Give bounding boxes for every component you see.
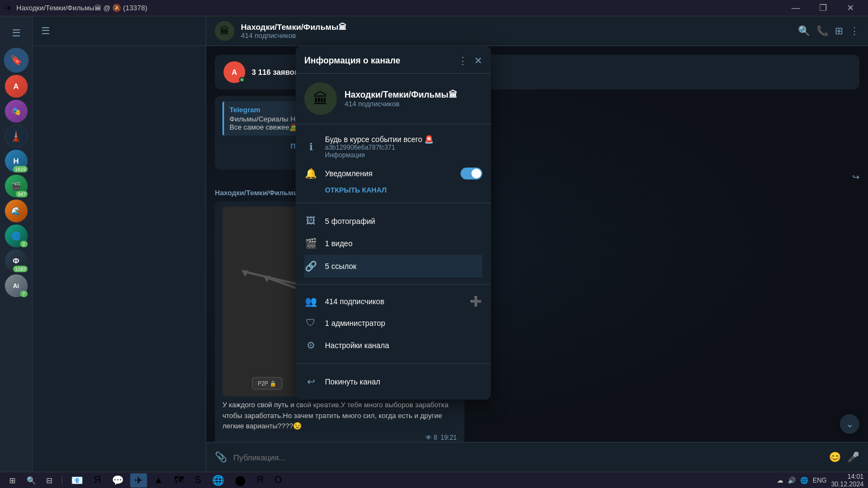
network-icon[interactable]: 🌐: [800, 477, 808, 484]
taskbar-whatsapp-app[interactable]: 💬: [107, 473, 128, 487]
sidebar-avatar-4[interactable]: Н 1619: [5, 150, 28, 172]
settings-icon: ⚙: [304, 339, 317, 351]
message-input[interactable]: [233, 453, 822, 462]
chat-name: Находки/Темки/Фильмы🏛: [241, 22, 792, 31]
taskbar-chrome-app[interactable]: ⬤: [231, 473, 250, 487]
taskbar-skype-app[interactable]: S: [190, 473, 206, 487]
forward-icon-1[interactable]: ↪: [852, 172, 859, 182]
chat-subscribers: 414 подписчиков: [241, 31, 792, 40]
sidebar-avatar-9[interactable]: Ai 7: [5, 274, 28, 297]
clock-date: 30.12.2024: [831, 480, 864, 488]
sidebar-avatar-8[interactable]: Ф 1182: [5, 249, 28, 272]
taskbar-tray: ☁ 🔊 🌐 ENG: [777, 477, 827, 484]
maximize-button[interactable]: ❐: [810, 0, 835, 16]
add-member-icon[interactable]: ➕: [469, 296, 482, 307]
taskbar-yandex-app[interactable]: Я: [90, 473, 105, 487]
notifications-toggle[interactable]: [461, 168, 482, 179]
info-panel-title: Информация о канале: [304, 56, 400, 66]
info-media-section: 🖼 5 фотографий 🎬 1 видео 🔗 5 ссылок: [296, 203, 491, 285]
emoji-icon[interactable]: 😊: [829, 451, 841, 463]
admins-row[interactable]: 🛡 1 администратор: [304, 312, 482, 334]
close-panel-icon[interactable]: ✕: [474, 55, 482, 67]
msg2-time: 19:21: [441, 434, 457, 441]
clock-time: 14:01: [831, 473, 864, 480]
mic-icon[interactable]: 🎤: [847, 451, 859, 463]
sidebar: ☰ 🔖 А 🎭 🗼 Н 1619 🎬: [0, 16, 33, 472]
members-label: 414 подписчиков: [325, 297, 462, 306]
window-title: Находки/Темки/Фильмы🏛 @ 🔕 (13378): [16, 4, 779, 12]
taskbar-telegram-app[interactable]: ✈: [130, 473, 147, 487]
info-channel-sub: 414 подписчиков: [344, 100, 457, 108]
sidebar-menu-button[interactable]: ☰: [4, 21, 29, 46]
msg2-views: 👁 8: [425, 434, 437, 441]
shield-icon: 🛡: [304, 317, 317, 329]
msg2-meta: 👁 8 19:21: [222, 434, 457, 441]
more-icon[interactable]: ⋮: [850, 25, 859, 37]
video-label: 1 видео: [325, 239, 353, 248]
info-icon: ℹ: [304, 141, 317, 153]
settings-label: Настройки канала: [325, 341, 389, 350]
taskbar-mail-app[interactable]: 📧: [67, 473, 87, 487]
info-description-row: ℹ Будь в курсе событии всего 🚨 a3b129906…: [304, 131, 482, 163]
video-row[interactable]: 🎬 1 видео: [304, 232, 482, 255]
taskbar-separator: [62, 476, 62, 485]
task-view-button[interactable]: ⊟: [41, 473, 58, 487]
taskbar-autodesk-app[interactable]: ▲: [149, 473, 168, 487]
taskbar: ⊞ 🔍 ⊟ 📧 Я 💬 ✈ ▲ 🗺 S 🌐 ⬤ Я O ☁ 🔊 🌐 ENG 14…: [0, 472, 868, 488]
sidebar-avatar-6[interactable]: 🌊: [5, 200, 28, 222]
chat-header-info: Находки/Темки/Фильмы🏛 414 подписчиков: [241, 22, 792, 40]
info-hash: a3b129906e6a787fc371: [325, 144, 433, 151]
close-button[interactable]: ✕: [838, 0, 863, 16]
search-taskbar-button[interactable]: 🔍: [23, 473, 39, 487]
info-description-section: ℹ Будь в курсе событии всего 🚨 a3b129906…: [296, 124, 491, 203]
info-channel-card[interactable]: 🏛 Находки/Темки/Фильмы🏛 414 подписчиков: [296, 74, 491, 124]
taskbar-edge-app[interactable]: 🌐: [208, 473, 228, 487]
leave-label: Покинуть канал: [325, 377, 380, 386]
open-channel-link[interactable]: ОТКРЫТЬ КАНАЛ: [325, 184, 482, 196]
members-row[interactable]: 👥 414 подписчиков ➕: [304, 291, 482, 312]
sidebar-avatar-5[interactable]: 🎬 947: [5, 175, 28, 197]
sidebar-avatar-7[interactable]: 🌀 2: [5, 224, 28, 247]
taskbar-clock[interactable]: 14:01 30.12.2024: [831, 473, 864, 488]
lang-indicator[interactable]: ENG: [813, 477, 827, 484]
chevron-down-icon: ⌄: [846, 418, 854, 430]
photos-icon: 🖼: [304, 215, 317, 227]
info-panel-header: Информация о канале ⋮ ✕: [296, 46, 491, 74]
volume-icon[interactable]: 🔊: [788, 477, 796, 484]
taskbar-maps-app[interactable]: 🗺: [170, 473, 188, 487]
sidebar-avatar-3[interactable]: 🗼: [5, 125, 28, 147]
leave-icon: ↩: [304, 376, 317, 388]
chat-avatar[interactable]: 🏛: [215, 21, 234, 41]
layout-icon[interactable]: ⊞: [835, 25, 843, 37]
chat-header-actions: 🔍 📞 ⊞ ⋮: [798, 25, 859, 37]
titlebar: ✈ Находки/Темки/Фильмы🏛 @ 🔕 (13378) — ❐ …: [0, 0, 868, 16]
more-options-icon[interactable]: ⋮: [458, 55, 468, 67]
taskbar-opera-app[interactable]: O: [270, 473, 286, 487]
sidebar-saved-button[interactable]: 🔖: [4, 48, 29, 73]
info-channel-name: Находки/Темки/Фильмы🏛: [344, 90, 457, 100]
post-text: У каждого свой путь и свой креатив.У теб…: [222, 400, 457, 432]
leave-row[interactable]: ↩ Покинуть канал: [304, 370, 482, 393]
attach-icon[interactable]: 📎: [215, 451, 227, 463]
members-icon: 👥: [304, 296, 317, 307]
chat-header: 🏛 Находки/Темки/Фильмы🏛 414 подписчиков …: [206, 16, 868, 46]
cloud-icon[interactable]: ☁: [777, 477, 783, 484]
bell-icon: 🔔: [304, 168, 317, 179]
calls-icon[interactable]: 📞: [816, 25, 828, 37]
photos-label: 5 фотографий: [325, 217, 375, 226]
chat-list: ☰: [33, 16, 206, 472]
minimize-button[interactable]: —: [783, 0, 808, 16]
scroll-down-button[interactable]: ⌄: [840, 414, 859, 434]
sidebar-avatar-1[interactable]: А: [5, 75, 28, 98]
notifications-row: 🔔 Уведомления: [304, 163, 482, 184]
hamburger-icon[interactable]: ☰: [41, 25, 50, 37]
search-icon[interactable]: 🔍: [798, 25, 810, 37]
links-row[interactable]: 🔗 5 ссылок: [304, 255, 482, 278]
settings-row[interactable]: ⚙ Настройки канала: [304, 334, 482, 357]
svg-text:P2P 🔒: P2P 🔒: [258, 380, 276, 387]
taskbar-yandex2-app[interactable]: Я: [252, 473, 268, 487]
start-button[interactable]: ⊞: [4, 473, 21, 487]
sidebar-avatar-2[interactable]: 🎭: [5, 100, 28, 123]
photos-row[interactable]: 🖼 5 фотографий: [304, 210, 482, 232]
chat-list-header: ☰: [33, 16, 206, 46]
